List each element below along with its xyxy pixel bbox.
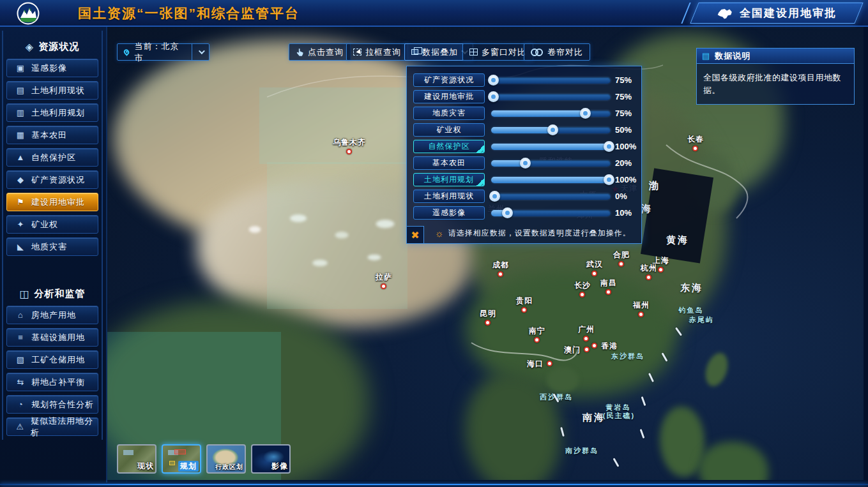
opacity-slider[interactable] xyxy=(491,77,611,84)
city-marker-icon xyxy=(591,343,597,348)
app-logo-icon xyxy=(17,2,40,25)
document-icon: ▤ xyxy=(702,51,710,61)
layer-toggle-button[interactable]: 遥感影像 xyxy=(413,206,485,220)
sea-label: 南海 xyxy=(582,412,605,424)
location-pin-icon xyxy=(123,48,130,56)
sidebar-item-icon: ✦ xyxy=(15,220,26,229)
sidebar-item-icon: ▧ xyxy=(15,355,26,364)
city-marker-icon xyxy=(521,307,527,313)
close-panel-button[interactable]: ✖ xyxy=(406,226,424,244)
opacity-slider[interactable] xyxy=(491,94,611,100)
slider-handle[interactable] xyxy=(489,191,500,202)
layer-toggle-button[interactable]: 矿业权 xyxy=(413,123,485,137)
sidebar-item[interactable]: ▦ 基本农田 xyxy=(6,126,98,144)
opacity-percent-label: 75% xyxy=(615,92,632,101)
sidebar-item[interactable]: ▤ 土地利用现状 xyxy=(6,81,98,100)
slider-handle[interactable] xyxy=(547,124,558,135)
sidebar-item[interactable]: ⌂ 房地产用地 xyxy=(6,306,98,324)
footer-glow-line xyxy=(0,484,868,485)
island-label: 钓鱼岛 xyxy=(679,306,704,315)
current-region-label: 当前：北京市 xyxy=(134,41,181,64)
slider-handle[interactable] xyxy=(488,91,499,102)
lightbulb-icon: ☼ xyxy=(435,228,444,239)
basemap-thumb-admin[interactable]: 行政区划 xyxy=(206,444,246,474)
city-marker-icon xyxy=(583,336,589,341)
layer-toggle-button[interactable]: 建设用地审批 xyxy=(413,90,485,103)
selected-check-icon xyxy=(476,177,485,186)
layer-row: 地质灾害 75% xyxy=(407,105,641,122)
sidebar-item[interactable]: ⚠ 疑似违法用地分析 xyxy=(6,417,98,436)
app-header: 国土资源“一张图”和综合监管平台 全国建设用地审批 xyxy=(0,0,868,27)
click-query-button[interactable]: 点击查询 xyxy=(289,43,351,61)
sidebar-item-icon: ◣ xyxy=(15,242,26,251)
city-marker-icon xyxy=(346,149,352,154)
layer-row: 基本农田 20% xyxy=(407,155,641,172)
region-dropdown-toggle[interactable] xyxy=(192,44,209,60)
sidebar-item-icon: ◔ xyxy=(15,400,26,409)
layer-toggle-button[interactable]: 地质灾害 xyxy=(413,107,485,120)
layers-icon xyxy=(411,49,418,55)
sidebar-item-icon: ▥ xyxy=(15,108,26,117)
basemap-thumb-planning[interactable]: 规划 xyxy=(162,444,201,474)
sea-label: 渤 xyxy=(649,180,660,192)
slider-handle[interactable] xyxy=(604,174,614,185)
layer-row: 遥感影像 10% xyxy=(407,205,641,221)
layer-toggle-button[interactable]: 矿产资源状况 xyxy=(413,73,485,87)
close-icon: ✖ xyxy=(411,229,419,241)
sidebar-section-resources: ◈ 资源状况 xyxy=(5,37,100,56)
sidebar-item[interactable]: ▣ 遥感影像 xyxy=(6,59,98,77)
slider-handle[interactable] xyxy=(488,75,499,86)
module-banner: 全国建设用地审批 xyxy=(694,3,859,24)
sidebar-item[interactable]: ⚑ 建设用地审批 xyxy=(6,193,98,211)
sidebar-item[interactable]: ▥ 土地利用规划 xyxy=(6,103,98,122)
layer-toggle-button[interactable]: 自然保护区 xyxy=(413,140,485,153)
data-description-panel: ▤ 数据说明 全国各级政府批准的建设项目用地数据。 xyxy=(696,48,855,105)
swipe-compare-button[interactable]: 卷帘对比 xyxy=(524,43,590,61)
slider-handle[interactable] xyxy=(520,158,531,169)
sidebar: ◈ 资源状况 ▣ 遥感影像 ▤ 土地利用现状 ▥ 土地利用规划 ▦ 基本农田 ▲… xyxy=(0,27,107,483)
slider-handle[interactable] xyxy=(580,108,591,119)
slider-handle[interactable] xyxy=(502,207,513,218)
city-marker-icon xyxy=(605,289,611,295)
china-map-icon xyxy=(717,8,733,19)
analysis-items: ⌂ 房地产用地 ≡ 基础设施用地 ▧ 工矿仓储用地 ⇆ 耕地占补平衡 ◔ 规划符… xyxy=(5,306,100,436)
layer-toggle-button[interactable]: 土地利用现状 xyxy=(413,190,485,203)
layer-toggle-button[interactable]: 基本农田 xyxy=(413,156,485,170)
opacity-slider[interactable] xyxy=(491,177,611,183)
data-description-header: ▤ 数据说明 xyxy=(696,48,855,64)
opacity-slider[interactable] xyxy=(491,127,611,133)
sidebar-item-icon: ≡ xyxy=(15,333,26,342)
layer-row: 土地利用现状 0% xyxy=(407,188,641,205)
opacity-slider[interactable] xyxy=(491,110,611,117)
basemap-thumb-current[interactable]: 现状 xyxy=(117,444,156,474)
opacity-slider[interactable] xyxy=(491,160,611,167)
island-label: 东沙群岛 xyxy=(611,352,644,361)
city-marker-icon xyxy=(584,347,590,352)
sidebar-item-icon: ⌂ xyxy=(15,310,26,320)
sidebar-item[interactable]: ▧ 工矿仓储用地 xyxy=(6,350,98,369)
sidebar-item-icon: ▦ xyxy=(15,130,26,140)
resources-section-icon: ◈ xyxy=(26,41,33,53)
basemap-thumb-imagery[interactable]: 影像 xyxy=(251,444,291,474)
sidebar-item[interactable]: ✦ 矿业权 xyxy=(6,215,98,234)
sidebar-item[interactable]: ⇆ 耕地占补平衡 xyxy=(6,373,98,391)
current-region-dropdown[interactable]: 当前：北京市 xyxy=(117,43,209,61)
multi-window-compare-button[interactable]: 多窗口对比 xyxy=(462,43,533,61)
city-marker-icon xyxy=(498,271,503,277)
opacity-slider[interactable] xyxy=(491,193,611,200)
sidebar-item[interactable]: ◆ 矿产资源状况 xyxy=(6,170,98,189)
sea-label: 海 xyxy=(641,203,653,215)
box-query-button[interactable]: 拉框查询 xyxy=(346,43,408,61)
opacity-slider[interactable] xyxy=(491,144,611,150)
sidebar-item[interactable]: ◔ 规划符合性分析 xyxy=(6,395,98,414)
sidebar-item[interactable]: ◣ 地质灾害 xyxy=(6,237,98,256)
layer-toggle-button[interactable]: 土地利用规划 xyxy=(413,173,485,186)
slider-handle[interactable] xyxy=(604,141,614,152)
opacity-percent-label: 100% xyxy=(615,175,636,184)
box-select-icon xyxy=(353,49,362,56)
opacity-percent-label: 50% xyxy=(615,125,632,135)
sidebar-item[interactable]: ▲ 自然保护区 xyxy=(6,148,98,167)
opacity-slider[interactable] xyxy=(491,210,611,216)
opacity-percent-label: 75% xyxy=(615,109,632,118)
sidebar-item[interactable]: ≡ 基础设施用地 xyxy=(6,328,98,347)
